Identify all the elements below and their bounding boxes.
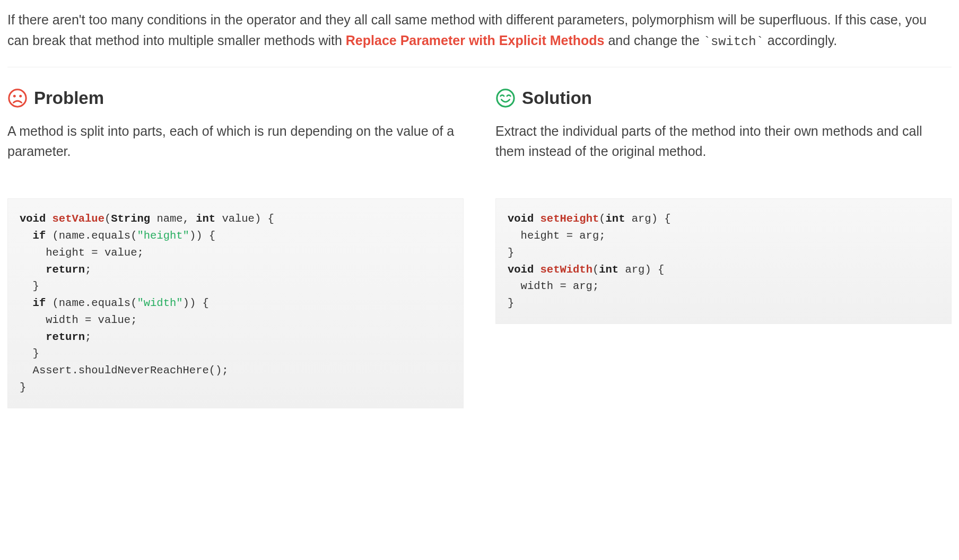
solution-code: void setHeight(int arg) { height = arg; …	[495, 198, 952, 324]
problem-heading-text: Problem	[34, 84, 104, 112]
problem-column: Problem A method is split into parts, ea…	[7, 84, 464, 408]
solution-heading: Solution	[495, 84, 952, 112]
solution-desc: Extract the individual parts of the meth…	[495, 121, 952, 161]
intro-link[interactable]: Replace Parameter with Explicit Methods	[346, 33, 605, 48]
svg-point-0	[9, 90, 26, 107]
columns: Problem A method is split into parts, ea…	[7, 84, 952, 408]
svg-point-1	[13, 95, 16, 98]
solution-column: Solution Extract the individual parts of…	[495, 84, 952, 408]
problem-heading: Problem	[7, 84, 464, 112]
intro-post-and: and change the	[604, 33, 703, 48]
happy-face-icon	[495, 88, 516, 108]
intro-post-accordingly: accordingly.	[764, 33, 838, 48]
sad-face-icon	[7, 88, 28, 108]
svg-point-2	[19, 95, 22, 98]
solution-heading-text: Solution	[522, 84, 592, 112]
intro-paragraph: If there aren't too many conditions in t…	[7, 10, 952, 67]
intro-code: `switch`	[703, 34, 764, 49]
problem-desc: A method is split into parts, each of wh…	[7, 121, 464, 161]
svg-point-3	[497, 90, 514, 107]
problem-code: void setValue(String name, int value) { …	[7, 198, 464, 408]
